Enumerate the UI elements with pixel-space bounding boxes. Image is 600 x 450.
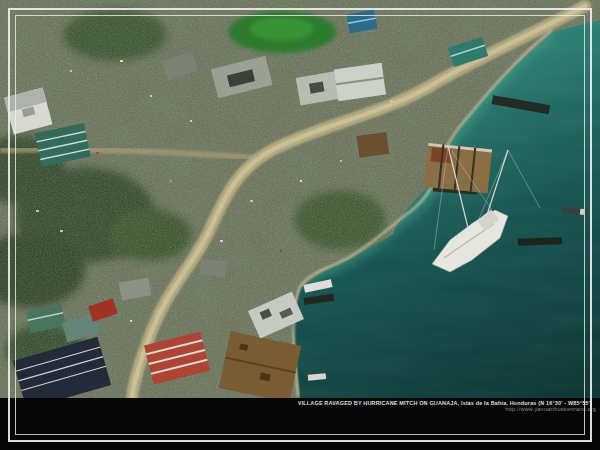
photo-credit-url: http://www.yannarthusbertrand.org — [0, 406, 600, 413]
grass-field — [228, 11, 336, 53]
wallpaper-canvas: VILLAGE RAVAGED BY HURRICANE MITCH ON GU… — [0, 0, 600, 450]
aerial-photo — [0, 0, 600, 450]
caption-band: VILLAGE RAVAGED BY HURRICANE MITCH ON GU… — [0, 398, 600, 450]
